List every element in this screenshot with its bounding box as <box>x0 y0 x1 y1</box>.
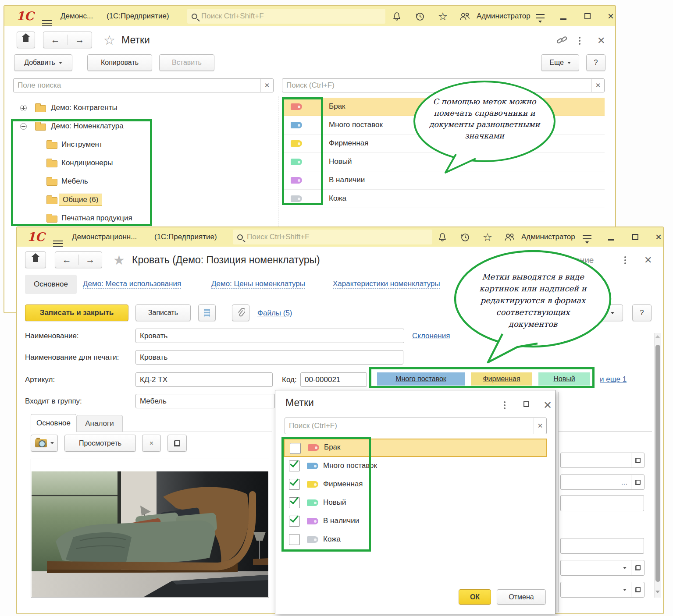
tree-item-conditioners[interactable]: Кондиционеры <box>4 154 267 173</box>
expand-plus-icon[interactable] <box>20 105 27 111</box>
tree-item-contragents[interactable]: Демо: Контрагенты <box>4 99 267 117</box>
tab-item-characteristics[interactable]: Характеристики номенклатуры <box>333 280 440 289</box>
help-button[interactable]: ? <box>586 54 605 71</box>
current-user-label[interactable]: Администратор <box>477 12 531 21</box>
tree-item-print-production[interactable]: Печатная продукция <box>4 209 267 228</box>
close-window-icon[interactable]: × <box>651 227 666 247</box>
favorites-star-icon[interactable]: ☆ <box>435 6 450 26</box>
modal-tag-row-firmennaya[interactable]: Фирменная <box>284 475 547 494</box>
help-button[interactable]: ? <box>632 304 652 321</box>
inner-tab-analogs[interactable]: Аналоги <box>76 415 123 432</box>
more-menu-icon[interactable] <box>624 256 626 264</box>
maximize-icon[interactable] <box>523 401 529 407</box>
save-button[interactable]: Записать <box>135 304 191 321</box>
favorites-star-icon[interactable]: ☆ <box>480 227 495 247</box>
modal-tag-row-novyi[interactable]: Новый <box>284 494 547 512</box>
dropdown-button[interactable] <box>618 560 631 575</box>
main-menu-icon[interactable] <box>42 20 52 26</box>
checkbox-checked[interactable] <box>289 497 300 508</box>
tag-chip-mnogo-postavok[interactable]: Много поставок <box>377 372 465 386</box>
checkbox-unchecked[interactable] <box>290 443 301 454</box>
checkbox-unchecked[interactable] <box>289 534 300 545</box>
modal-tag-row-kozha[interactable]: Кожа <box>284 531 547 549</box>
attachments-button[interactable] <box>232 304 249 321</box>
tree-item-instrument[interactable]: Инструмент <box>4 136 267 154</box>
add-button[interactable]: Добавить <box>14 54 72 71</box>
global-search-input[interactable]: Поиск Ctrl+Shift+F <box>233 230 432 244</box>
photo-panel-splitter[interactable] <box>272 432 272 599</box>
maximize-icon[interactable] <box>628 227 643 247</box>
minimize-icon[interactable] <box>604 227 619 247</box>
cancel-button[interactable]: Отмена <box>497 589 546 605</box>
right-panel-field[interactable] <box>560 582 645 598</box>
open-in-window-icon[interactable] <box>631 453 644 467</box>
close-form-icon[interactable]: ✕ <box>644 255 652 265</box>
paste-button[interactable]: Вставить <box>159 54 214 71</box>
article-field[interactable]: КД-2 ТХ <box>135 372 273 387</box>
users-icon[interactable] <box>502 227 517 247</box>
code-field[interactable]: 00-000021 <box>300 372 367 387</box>
right-panel-field[interactable] <box>560 495 644 511</box>
dropdown-button[interactable] <box>618 582 631 597</box>
service-settings-icon[interactable] <box>580 227 595 247</box>
ellipsis-button[interactable]: ... <box>618 475 631 489</box>
users-icon[interactable] <box>457 6 472 26</box>
group-field[interactable]: Мебель <box>135 394 275 408</box>
tree-item-nomenclature[interactable]: Демо: Номенклатура <box>4 117 267 136</box>
close-window-icon[interactable]: × <box>603 6 618 26</box>
forward-button[interactable]: → <box>79 255 102 265</box>
tag-chip-novyi[interactable]: Новый <box>538 372 590 386</box>
tag-chip-firmennaya[interactable]: Фирменная <box>471 372 532 386</box>
history-icon[interactable] <box>457 227 472 247</box>
open-in-window-icon[interactable] <box>631 475 644 489</box>
maximize-icon[interactable] <box>580 6 595 26</box>
modal-tag-row-mnogo-postavok[interactable]: Много поставок <box>284 457 547 475</box>
minimize-icon[interactable] <box>556 6 571 26</box>
get-link-icon[interactable] <box>556 34 568 48</box>
favorite-star-icon[interactable]: ★ <box>113 252 125 268</box>
clear-search-icon[interactable]: ✕ <box>591 79 604 92</box>
name-field[interactable]: Кровать <box>135 329 404 343</box>
modal-tag-row-brak[interactable]: Брак <box>284 439 547 457</box>
vertical-scrollbar[interactable] <box>654 333 661 598</box>
tab-main[interactable]: Основное <box>25 275 77 294</box>
main-menu-icon[interactable] <box>53 241 63 247</box>
modal-tag-row-v-nalichii[interactable]: В наличии <box>284 512 547 531</box>
more-actions-button[interactable]: Еще <box>541 54 579 71</box>
clear-photo-button[interactable]: × <box>142 435 161 452</box>
global-search-input[interactable]: Поиск Ctrl+Shift+F <box>187 9 385 24</box>
checkbox-checked[interactable] <box>289 460 300 471</box>
back-button[interactable]: ← <box>43 35 68 45</box>
tree-item-furniture[interactable]: Мебель <box>4 173 267 191</box>
checkbox-checked[interactable] <box>289 479 300 490</box>
open-in-window-icon[interactable] <box>631 582 644 597</box>
view-photo-button[interactable]: Просмотреть <box>64 435 136 452</box>
add-photo-button[interactable] <box>31 435 58 452</box>
service-settings-icon[interactable] <box>533 6 548 26</box>
forward-button[interactable]: → <box>68 35 92 45</box>
print-name-field[interactable]: Кровать <box>135 350 403 365</box>
modal-search-input[interactable]: Поиск (Ctrl+F) ✕ <box>285 418 547 434</box>
inner-tab-main[interactable]: Основное <box>31 414 76 432</box>
right-panel-field[interactable] <box>560 453 645 468</box>
clear-search-icon[interactable]: ✕ <box>260 79 273 92</box>
back-button[interactable]: ← <box>55 255 79 265</box>
open-in-window-icon[interactable] <box>631 560 644 575</box>
tag-row-kozha[interactable]: Кожа <box>283 190 605 208</box>
more-tags-link[interactable]: и еще 1 <box>600 375 627 384</box>
checkbox-checked[interactable] <box>289 516 300 527</box>
declensions-link[interactable]: Склонения <box>412 332 450 340</box>
notifications-bell-icon[interactable] <box>389 6 404 26</box>
scrollbar-thumb[interactable] <box>655 345 660 582</box>
more-menu-icon[interactable] <box>579 37 580 45</box>
scroll-up-icon[interactable] <box>655 335 660 338</box>
home-button[interactable] <box>17 32 35 48</box>
current-user-label[interactable]: Администратор <box>521 233 575 241</box>
notifications-bell-icon[interactable] <box>435 227 450 247</box>
home-button[interactable] <box>25 251 46 268</box>
right-panel-field[interactable] <box>560 560 645 576</box>
close-form-icon[interactable]: ✕ <box>597 36 605 46</box>
right-panel-field[interactable]: ... <box>560 474 645 490</box>
tree-item-common-selected[interactable]: Общие (6) <box>4 191 267 209</box>
more-menu-icon[interactable] <box>504 401 506 409</box>
